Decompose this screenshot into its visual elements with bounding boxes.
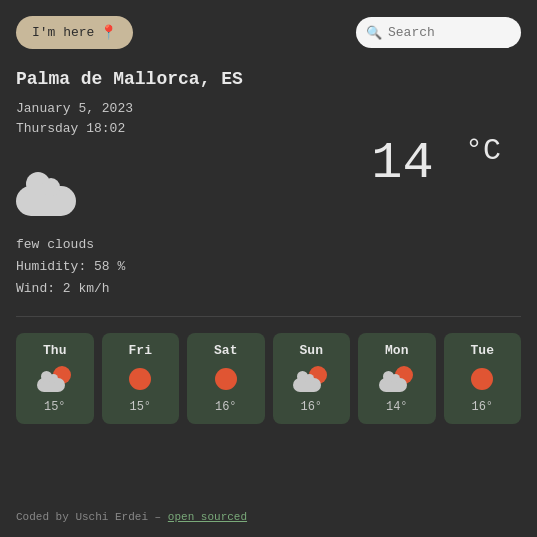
search-icon: 🔍	[366, 25, 382, 41]
forecast-row: Thu15°Fri15°Sat16°Sun16°Mon14°Tue16°	[16, 333, 521, 424]
open-sourced-link[interactable]: open sourced	[168, 511, 247, 523]
forecast-icon	[462, 364, 502, 394]
im-here-button[interactable]: I'm here 📍	[16, 16, 133, 49]
app-container: I'm here 📍 🔍 Palma de Mallorca, ES Janua…	[0, 0, 537, 537]
forecast-day: Tue	[471, 343, 494, 358]
forecast-card: Tue16°	[444, 333, 522, 424]
weather-description: few clouds	[16, 234, 521, 256]
pin-icon: 📍	[100, 24, 117, 41]
coded-by-text: Coded by Uschi Erdei –	[16, 511, 161, 523]
forecast-icon	[120, 364, 160, 394]
forecast-day: Mon	[385, 343, 408, 358]
weather-details: few clouds Humidity: 58 % Wind: 2 km/h	[16, 234, 521, 300]
date: January 5, 2023	[16, 99, 521, 119]
forecast-day: Sun	[300, 343, 323, 358]
forecast-icon	[35, 364, 75, 394]
forecast-day: Fri	[129, 343, 152, 358]
forecast-card: Sat16°	[187, 333, 265, 424]
forecast-card: Mon14°	[358, 333, 436, 424]
forecast-card: Sun16°	[273, 333, 351, 424]
header: I'm here 📍 🔍	[16, 16, 521, 49]
forecast-temp: 15°	[44, 400, 66, 414]
divider	[16, 316, 521, 317]
forecast-day: Thu	[43, 343, 66, 358]
temp-value: 14	[371, 134, 433, 193]
forecast-icon	[291, 364, 331, 394]
temperature-display: 14 °C	[371, 134, 501, 193]
forecast-card: Fri15°	[102, 333, 180, 424]
forecast-temp: 16°	[215, 400, 237, 414]
forecast-temp: 15°	[129, 400, 151, 414]
humidity: Humidity: 58 %	[16, 256, 521, 278]
temp-unit: °C	[465, 134, 501, 168]
main-weather: 14 °C	[16, 154, 521, 224]
cloud-icon	[16, 186, 76, 216]
search-container: 🔍	[356, 17, 521, 48]
wind: Wind: 2 km/h	[16, 278, 521, 300]
weather-icon-main	[16, 164, 96, 224]
im-here-label: I'm here	[32, 25, 94, 40]
forecast-temp: 16°	[300, 400, 322, 414]
forecast-icon	[206, 364, 246, 394]
forecast-day: Sat	[214, 343, 237, 358]
date-time: January 5, 2023 Thursday 18:02	[16, 99, 521, 138]
location-title: Palma de Mallorca, ES	[16, 69, 521, 89]
forecast-temp: 16°	[471, 400, 493, 414]
footer: Coded by Uschi Erdei – open sourced	[16, 511, 247, 523]
forecast-temp: 14°	[386, 400, 408, 414]
forecast-icon	[377, 364, 417, 394]
forecast-card: Thu15°	[16, 333, 94, 424]
